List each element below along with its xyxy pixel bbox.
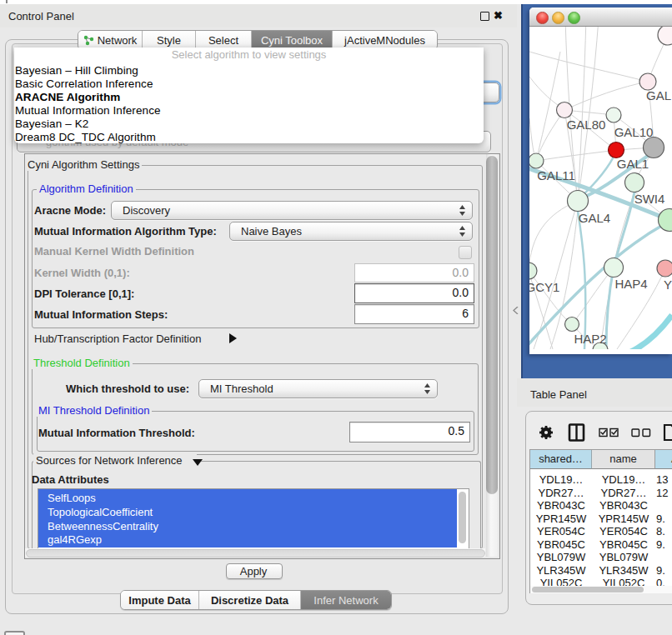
svg-text:Y: Y	[664, 278, 672, 292]
svg-text:SWI4: SWI4	[634, 192, 665, 206]
svg-text:HAP4: HAP4	[614, 277, 647, 291]
svg-text:GAL80: GAL80	[567, 118, 606, 132]
svg-text:GCY1: GCY1	[529, 280, 559, 294]
svg-text:GAL4: GAL4	[579, 211, 610, 225]
svg-text:GAL: GAL	[646, 88, 671, 102]
svg-text:GAL10: GAL10	[614, 125, 654, 139]
svg-text:GAL1: GAL1	[617, 157, 649, 171]
svg-text:HAP2: HAP2	[574, 332, 606, 346]
svg-text:GAL11: GAL11	[537, 168, 575, 182]
